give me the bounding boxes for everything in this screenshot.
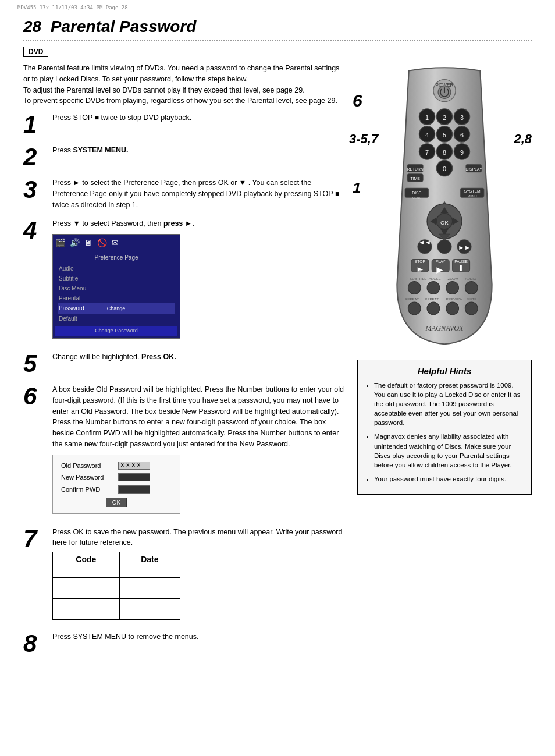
remote-label-1: 1 [353, 179, 361, 197]
step-4-content: Press ▼ to select Password, then press ►… [52, 218, 346, 343]
svg-text:DISPLAY: DISPLAY [465, 167, 482, 171]
icon-mail: ✉ [112, 237, 119, 249]
step-7-number: 7 [23, 527, 48, 551]
page-number: 28 [23, 17, 41, 36]
col-code: Code [53, 552, 120, 567]
step-5-number: 5 [23, 352, 48, 376]
intro-para-2: To adjust the Parental level so DVDs can… [23, 85, 346, 96]
step-1-content: Press STOP ■ twice to stop DVD playback. [52, 112, 346, 123]
step-2-content: Press SYSTEM MENU. [52, 145, 346, 156]
step-8-number: 8 [23, 631, 48, 656]
svg-text:OK: OK [440, 219, 449, 226]
menu-item-parental: Parental [58, 293, 175, 303]
confirm-password-row: Confirm PWD [61, 485, 172, 495]
svg-text:REPEAT: REPEAT [405, 297, 419, 301]
change-password-bar: Change Password [55, 326, 177, 336]
step-2: 2 Press SYSTEM MENU. [23, 145, 346, 169]
step-3-content: Press ► to select the Preference Page, t… [52, 178, 346, 210]
menu-item-discmenu: Disc Menu [58, 283, 175, 293]
menu-item-default: Default [58, 314, 175, 324]
old-password-label: Old Password [61, 461, 113, 471]
svg-text:■: ■ [419, 269, 421, 272]
change-button: Change [104, 305, 129, 312]
svg-text:ANGLE: ANGLE [429, 276, 441, 281]
step-8-content: Press SYSTEM MENU to remove the menus. [52, 631, 346, 643]
left-column: The Parental feature limits viewing of D… [23, 63, 346, 664]
remote-svg: POWER 1 2 3 4 5 [380, 63, 508, 348]
ok-button[interactable]: OK [106, 498, 127, 507]
hint-item-3: Your password must have exactly four dig… [374, 474, 523, 484]
code-date-table: Code Date [52, 552, 180, 620]
svg-text:MAGNAVOX: MAGNAVOX [425, 324, 464, 332]
ok-button-container: OK [61, 498, 172, 507]
step-4: 4 Press ▼ to select Password, then press… [23, 218, 346, 343]
svg-point-66 [465, 282, 478, 294]
svg-text:RETURN: RETURN [407, 167, 423, 171]
svg-point-74 [465, 302, 478, 315]
main-content: The Parental feature limits viewing of D… [23, 63, 532, 664]
svg-point-72 [427, 302, 440, 315]
table-row [53, 588, 180, 599]
password-box: Old Password X X X X New Password Confir… [52, 455, 180, 514]
svg-point-73 [446, 302, 459, 315]
helpful-hints-title: Helpful Hints [366, 366, 523, 376]
svg-text:0: 0 [443, 165, 446, 172]
svg-text:1: 1 [425, 114, 429, 121]
new-password-row: New Password [61, 473, 172, 482]
svg-point-46 [437, 240, 452, 254]
step-6-number: 6 [23, 384, 48, 409]
step-1-number: 1 [23, 112, 48, 137]
file-info: MDV455_17x 11/11/03 4:34 PM Page 28 [17, 5, 128, 10]
hint-item-1: The default or factory preset password i… [374, 381, 523, 427]
svg-text:5: 5 [443, 132, 446, 139]
confirm-password-field [118, 485, 150, 494]
step-2-number: 2 [23, 145, 48, 169]
step-8: 8 Press SYSTEM MENU to remove the menus. [23, 631, 346, 656]
svg-text:TIME: TIME [411, 176, 421, 180]
icon-display: 🖥 [84, 237, 92, 249]
old-password-field: X X X X [118, 462, 150, 470]
menu-items-list: Audio Subtitle Disc Menu Parental Passwo… [55, 264, 177, 324]
step-5-content: Change will be highlighted. Press OK. [52, 352, 346, 363]
right-column: 6 3-5,7 2,8 1 [357, 63, 532, 664]
menu-item-audio: Audio [58, 264, 175, 274]
menu-item-password: Password Change [58, 303, 175, 314]
svg-point-64 [427, 282, 440, 294]
table-row [53, 567, 180, 578]
svg-text:MENU: MENU [412, 196, 421, 200]
svg-text:MENU: MENU [468, 194, 477, 198]
svg-text:⏸: ⏸ [457, 264, 465, 272]
new-password-field [118, 473, 150, 481]
dvd-badge: DVD [23, 47, 48, 57]
step-3: 3 Press ► to select the Preference Page,… [23, 178, 346, 210]
icon-sound: 🔊 [70, 237, 80, 249]
step-6-content: A box beside Old Password will be highli… [52, 384, 346, 519]
step-7-content: Press OK to save the new password. The p… [52, 527, 346, 624]
old-password-row: Old Password X X X X [61, 461, 172, 471]
svg-text:8: 8 [443, 149, 446, 156]
svg-text:STOP: STOP [415, 260, 426, 264]
svg-text:REPEAT: REPEAT [425, 297, 439, 301]
svg-text:DISC: DISC [412, 191, 421, 195]
svg-point-63 [408, 282, 421, 294]
svg-point-71 [408, 302, 421, 315]
svg-text:►►: ►► [458, 244, 471, 251]
svg-text:PREVIEW: PREVIEW [446, 297, 462, 301]
table-row [53, 578, 180, 588]
svg-text:4: 4 [425, 132, 429, 139]
step-3-number: 3 [23, 178, 48, 202]
new-password-label: New Password [61, 473, 113, 482]
step-5: 5 Change will be highlighted. Press OK. [23, 352, 346, 376]
menu-item-subtitle: Subtitle [58, 274, 175, 283]
svg-text:PLAY: PLAY [436, 260, 446, 264]
svg-text:2: 2 [443, 114, 446, 121]
intro-para-3: To prevent specific DVDs from playing, r… [23, 95, 346, 107]
confirm-password-label: Confirm PWD [61, 485, 113, 495]
svg-text:3: 3 [460, 114, 464, 121]
step-7: 7 Press OK to save the new password. The… [23, 527, 346, 624]
svg-text:MUTE: MUTE [467, 297, 476, 301]
svg-text:7: 7 [425, 149, 429, 156]
svg-text:SUBTITLE: SUBTITLE [410, 276, 426, 281]
remote-label-28: 2,8 [514, 132, 532, 147]
svg-text:SYSTEM: SYSTEM [464, 189, 481, 193]
